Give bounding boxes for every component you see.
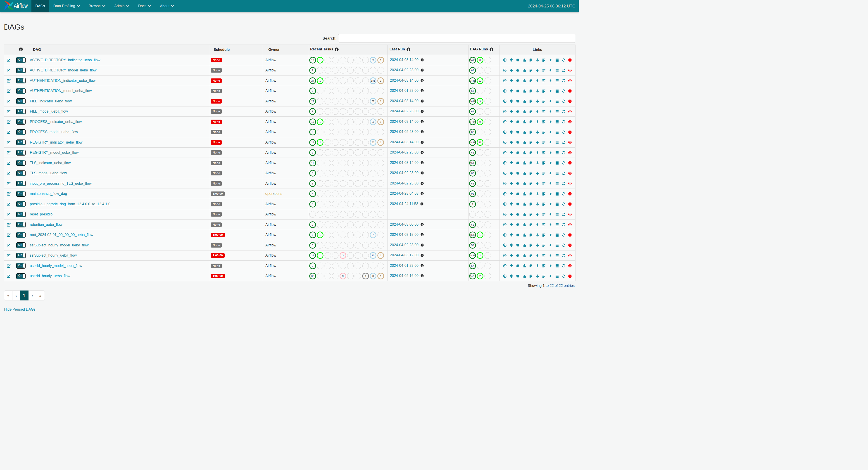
svg-text:1: 1 [380, 254, 381, 257]
svg-text:9: 9 [312, 151, 313, 154]
svg-text:62: 62 [471, 110, 474, 113]
svg-text:62: 62 [471, 69, 474, 72]
svg-text:1503: 1503 [470, 234, 475, 236]
svg-text:1: 1 [380, 100, 381, 102]
svg-text:57: 57 [471, 264, 474, 267]
svg-text:3: 3 [312, 203, 313, 205]
svg-text:62: 62 [471, 172, 474, 174]
svg-text:11: 11 [479, 141, 482, 143]
svg-text:3: 3 [312, 264, 313, 267]
svg-text:69: 69 [372, 120, 374, 123]
svg-text:1503: 1503 [470, 162, 475, 164]
svg-text:62: 62 [471, 151, 474, 154]
svg-text:4: 4 [312, 192, 313, 195]
svg-text:67: 67 [372, 100, 374, 102]
svg-text:1: 1 [319, 234, 321, 236]
svg-text:1492: 1492 [470, 141, 475, 143]
svg-text:61: 61 [471, 223, 474, 226]
svg-text:9: 9 [479, 100, 481, 102]
svg-text:2: 2 [319, 141, 321, 143]
svg-text:91: 91 [471, 192, 474, 195]
svg-text:23: 23 [311, 141, 314, 143]
svg-text:8: 8 [312, 172, 313, 174]
svg-text:9: 9 [312, 69, 313, 72]
svg-text:1: 1 [319, 79, 321, 82]
svg-text:2: 2 [479, 254, 481, 257]
svg-text:9: 9 [312, 90, 313, 92]
svg-text:61: 61 [471, 90, 474, 92]
svg-text:1: 1 [472, 203, 473, 205]
svg-text:9: 9 [479, 120, 481, 123]
svg-text:1: 1 [319, 120, 321, 123]
svg-text:1: 1 [380, 59, 381, 62]
svg-text:11: 11 [311, 161, 314, 164]
svg-text:6: 6 [312, 182, 313, 185]
svg-text:1: 1 [380, 275, 381, 277]
svg-text:3: 3 [342, 254, 343, 257]
svg-text:1: 1 [380, 141, 381, 143]
svg-text:82: 82 [372, 141, 374, 143]
svg-text:24: 24 [311, 79, 314, 82]
svg-text:60: 60 [372, 59, 374, 62]
svg-text:1: 1 [380, 79, 381, 82]
svg-text:3: 3 [312, 244, 313, 246]
svg-text:62: 62 [471, 131, 474, 133]
svg-text:1: 1 [365, 275, 366, 277]
svg-text:22: 22 [311, 100, 314, 102]
svg-text:58: 58 [471, 244, 474, 246]
svg-text:8: 8 [372, 275, 374, 277]
svg-text:62: 62 [471, 182, 474, 185]
svg-text:9: 9 [342, 275, 343, 277]
svg-text:1: 1 [319, 59, 321, 62]
svg-text:1494: 1494 [470, 121, 475, 123]
svg-text:1: 1 [380, 120, 381, 123]
svg-text:181: 181 [371, 79, 375, 82]
svg-text:9: 9 [312, 110, 313, 113]
svg-text:1494: 1494 [470, 100, 475, 102]
svg-text:7: 7 [312, 223, 313, 226]
svg-text:8: 8 [479, 59, 481, 62]
svg-text:1495: 1495 [470, 59, 475, 62]
svg-text:27: 27 [311, 254, 314, 257]
svg-text:1: 1 [319, 254, 321, 257]
svg-text:7: 7 [372, 234, 374, 236]
svg-text:19: 19 [311, 59, 314, 62]
svg-text:2: 2 [479, 275, 481, 277]
svg-text:8: 8 [312, 234, 313, 236]
svg-text:1479: 1479 [470, 275, 475, 277]
svg-text:10: 10 [372, 254, 374, 257]
svg-text:32: 32 [311, 275, 314, 277]
svg-text:1499: 1499 [470, 254, 475, 257]
svg-text:1: 1 [479, 234, 481, 236]
svg-text:22: 22 [479, 79, 482, 82]
svg-text:1481: 1481 [470, 79, 475, 82]
svg-text:9: 9 [312, 131, 313, 133]
svg-text:19: 19 [311, 120, 314, 123]
